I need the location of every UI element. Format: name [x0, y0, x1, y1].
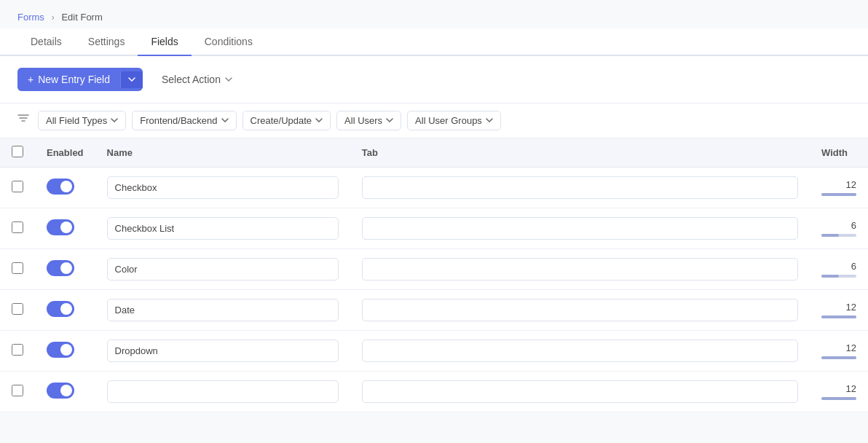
row-width-cell: 6	[810, 249, 868, 290]
row-tab-cell	[350, 290, 810, 331]
chevron-down-icon	[128, 77, 135, 82]
chevron-down-icon	[111, 118, 118, 123]
filter-create-update-label: Create/Update	[250, 115, 312, 126]
toggle-switch[interactable]	[47, 301, 74, 317]
toggle-switch[interactable]	[47, 260, 74, 276]
width-bar	[821, 315, 856, 318]
width-fill	[821, 275, 839, 278]
width-fill	[821, 315, 856, 318]
row-check-cell	[0, 331, 35, 372]
row-checkbox[interactable]	[12, 303, 23, 315]
new-entry-field-button[interactable]: + New Entry Field	[17, 68, 143, 91]
new-entry-field-dropdown[interactable]	[120, 71, 143, 88]
tab-fields[interactable]: Fields	[138, 28, 191, 56]
row-checkbox[interactable]	[12, 344, 23, 356]
col-header-enabled: Enabled	[35, 138, 95, 168]
row-check-cell	[0, 249, 35, 290]
row-tab-input[interactable]	[362, 340, 798, 362]
filter-frontend-backend[interactable]: Frontend/Backend	[132, 111, 236, 130]
width-bar	[821, 356, 856, 359]
row-enabled-cell	[35, 249, 95, 290]
fields-table: Enabled Name Tab Width 12 6 6 12 12 12	[0, 138, 868, 412]
row-enabled-cell	[35, 331, 95, 372]
chevron-down-icon	[225, 77, 232, 82]
row-check-cell	[0, 208, 35, 249]
width-fill	[821, 234, 839, 237]
filter-all-user-groups-label: All User Groups	[415, 115, 482, 126]
toggle-switch[interactable]	[47, 179, 74, 195]
row-checkbox[interactable]	[12, 385, 23, 396]
table-row: 12	[0, 168, 868, 208]
row-width-cell: 12	[810, 168, 868, 208]
row-tab-cell	[350, 331, 810, 372]
filter-all-users[interactable]: All Users	[336, 111, 401, 130]
col-header-width: Width	[810, 138, 868, 168]
new-entry-field-label: New Entry Field	[38, 74, 110, 85]
row-name-cell	[95, 168, 350, 208]
row-name-input[interactable]	[107, 380, 339, 403]
table-row: 12	[0, 331, 868, 372]
filter-frontend-backend-label: Frontend/Backend	[140, 115, 217, 126]
row-name-cell	[95, 331, 350, 372]
filter-field-types[interactable]: All Field Types	[38, 111, 126, 130]
width-value: 12	[821, 383, 856, 394]
row-tab-input[interactable]	[362, 176, 798, 199]
filter-create-update[interactable]: Create/Update	[242, 111, 331, 130]
chevron-down-icon	[221, 118, 229, 123]
row-tab-input[interactable]	[362, 258, 798, 281]
row-checkbox[interactable]	[12, 262, 23, 274]
filter-icon	[17, 114, 29, 127]
row-tab-input[interactable]	[362, 217, 798, 240]
width-bar	[821, 397, 856, 400]
toggle-switch[interactable]	[47, 219, 74, 235]
width-bar	[821, 234, 856, 237]
tab-settings[interactable]: Settings	[75, 28, 138, 56]
filter-all-user-groups[interactable]: All User Groups	[407, 111, 501, 130]
tab-conditions[interactable]: Conditions	[192, 28, 266, 56]
filter-bar: All Field Types Frontend/Backend Create/…	[0, 103, 868, 138]
row-checkbox[interactable]	[12, 221, 23, 233]
breadcrumb: Forms › Edit Form	[0, 0, 868, 28]
row-name-input[interactable]	[107, 340, 339, 362]
row-check-cell	[0, 168, 35, 208]
row-name-input[interactable]	[107, 299, 339, 321]
row-name-input[interactable]	[107, 176, 339, 199]
row-tab-input[interactable]	[362, 299, 798, 321]
width-value: 6	[821, 261, 856, 272]
width-fill	[821, 397, 856, 400]
width-value: 12	[821, 179, 856, 190]
width-value: 6	[821, 220, 856, 231]
chevron-down-icon	[386, 118, 393, 123]
tab-details[interactable]: Details	[17, 28, 75, 56]
fields-table-container: Enabled Name Tab Width 12 6 6 12 12 12	[0, 138, 868, 412]
row-width-cell: 12	[810, 290, 868, 331]
table-row: 6	[0, 249, 868, 290]
row-enabled-cell	[35, 168, 95, 208]
row-enabled-cell	[35, 372, 95, 412]
row-check-cell	[0, 372, 35, 412]
filter-field-types-label: All Field Types	[46, 115, 107, 126]
col-header-check	[0, 138, 35, 168]
plus-icon: +	[28, 74, 33, 85]
table-row: 12	[0, 372, 868, 412]
breadcrumb-link[interactable]: Forms	[17, 12, 44, 23]
row-name-input[interactable]	[107, 258, 339, 281]
row-checkbox[interactable]	[12, 181, 23, 192]
row-width-cell: 12	[810, 372, 868, 412]
row-name-cell	[95, 372, 350, 412]
width-value: 12	[821, 302, 856, 313]
col-header-name: Name	[95, 138, 350, 168]
row-tab-cell	[350, 168, 810, 208]
toggle-switch[interactable]	[47, 342, 74, 358]
chevron-down-icon	[486, 118, 493, 123]
new-entry-field-main[interactable]: + New Entry Field	[17, 68, 120, 91]
toggle-switch[interactable]	[47, 383, 74, 399]
select-all-checkbox[interactable]	[12, 146, 23, 157]
width-fill	[821, 193, 856, 196]
row-enabled-cell	[35, 208, 95, 249]
row-width-cell: 12	[810, 331, 868, 372]
width-fill	[821, 356, 856, 359]
row-tab-input[interactable]	[362, 380, 798, 403]
row-name-input[interactable]	[107, 217, 339, 240]
select-action-button[interactable]: Select Action	[151, 68, 242, 91]
